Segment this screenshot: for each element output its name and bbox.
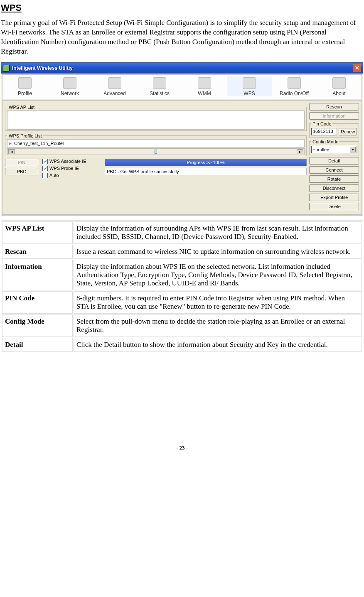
- wmm-icon: [198, 77, 211, 89]
- checkbox-label: Auto: [49, 173, 59, 178]
- wps-profile-list-group: WPS Profile List ▸ Cherry_test_11n_Route…: [5, 133, 307, 156]
- pin-code-field[interactable]: 16912113: [311, 128, 337, 135]
- tab-wmm[interactable]: WMM: [182, 76, 227, 96]
- pin-code-legend: Pin Code: [311, 121, 332, 126]
- app-icon: [3, 65, 10, 71]
- table-key: Information: [2, 260, 73, 290]
- config-mode-value: Enrollee: [312, 147, 329, 152]
- table-row: WPS AP ListDisplay the information of su…: [2, 221, 362, 244]
- wps-ap-list[interactable]: [7, 111, 305, 130]
- table-key: Rescan: [2, 245, 73, 259]
- description-table: WPS AP ListDisplay the information of su…: [1, 220, 363, 353]
- tab-label: Profile: [2, 91, 47, 96]
- checkbox-label: WPS Probe IE: [49, 166, 79, 171]
- table-value: Display the information of surrounding A…: [74, 221, 362, 244]
- tab-profile[interactable]: Profile: [2, 76, 47, 96]
- table-key: PIN Code: [2, 291, 73, 314]
- disconnect-button[interactable]: Disconnect: [309, 184, 359, 192]
- intro-paragraph: The primary goal of Wi-Fi Protected Setu…: [1, 18, 363, 57]
- wps-panel: WPS AP List WPS Profile List ▸ Cherry_te…: [2, 100, 362, 215]
- pin-code-group: Pin Code 16912113 Renew: [309, 121, 359, 138]
- main-toolbar: Profile Network Advanced Statistics WMM …: [2, 74, 362, 99]
- pin-button[interactable]: PIN: [5, 159, 38, 166]
- horizontal-scrollbar[interactable]: ◂ ▸: [7, 148, 305, 155]
- wps-probe-ie-checkbox[interactable]: ✓WPS Probe IE: [42, 166, 101, 171]
- tab-label: Advanced: [92, 91, 137, 96]
- rotate-button[interactable]: Rotate: [309, 175, 359, 183]
- window-title: Intelligent Wireless Utiltiy: [12, 65, 73, 71]
- wps-associate-ie-checkbox[interactable]: ✓WPS Associate IE: [42, 159, 101, 164]
- wps-icon: [243, 77, 256, 89]
- delete-button[interactable]: Delete: [309, 203, 359, 210]
- table-key: WPS AP List: [2, 221, 73, 244]
- table-value: Display the information about WPS IE on …: [74, 260, 362, 290]
- table-key: Detail: [2, 338, 73, 352]
- description-tbody: WPS AP ListDisplay the information of su…: [2, 221, 362, 352]
- scroll-left-icon[interactable]: ◂: [8, 149, 15, 154]
- tab-label: Radio On/Off: [272, 91, 317, 96]
- tab-network[interactable]: Network: [47, 76, 92, 96]
- detail-button[interactable]: Detail: [309, 157, 359, 165]
- tab-radio[interactable]: Radio On/Off: [272, 76, 317, 96]
- tab-about[interactable]: About: [317, 76, 362, 96]
- chevron-down-icon: ▾: [350, 147, 356, 152]
- wps-ap-list-legend: WPS AP List: [7, 105, 36, 110]
- checkbox-checked-icon: ✓: [42, 166, 48, 171]
- information-button[interactable]: Information: [309, 112, 359, 120]
- table-key: Config Mode: [2, 314, 73, 337]
- network-icon: [63, 77, 76, 89]
- scroll-thumb[interactable]: [155, 150, 157, 154]
- table-value: 8-digit numbers. It is required to enter…: [74, 291, 362, 314]
- wps-ap-list-group: WPS AP List: [5, 105, 307, 131]
- radio-icon: [288, 77, 301, 89]
- scroll-right-icon[interactable]: ▸: [297, 149, 303, 154]
- checkbox-label: WPS Associate IE: [49, 159, 86, 164]
- table-row: RescanIssue a rescan command to wireless…: [2, 245, 362, 259]
- pbc-button[interactable]: PBC: [5, 168, 38, 175]
- rescan-button[interactable]: Rescan: [309, 103, 359, 111]
- table-value: Issue a rescan command to wireless NIC t…: [74, 245, 362, 259]
- auto-checkbox[interactable]: Auto: [42, 173, 101, 178]
- wps-profile-list[interactable]: ▸ Cherry_test_11n_Router: [7, 139, 305, 147]
- statistics-icon: [153, 77, 166, 89]
- table-value: Click the Detail button to show the info…: [74, 338, 362, 352]
- profile-icon: [18, 77, 32, 89]
- progress-bar: Progress >> 100%: [105, 159, 307, 166]
- table-row: PIN Code8-digit numbers. It is required …: [2, 291, 362, 314]
- tab-label: Network: [47, 91, 92, 96]
- page-heading: WPS: [1, 2, 363, 13]
- wps-profile-list-legend: WPS Profile List: [7, 133, 43, 138]
- about-icon: [332, 77, 346, 89]
- titlebar: Intelligent Wireless Utiltiy ✕: [1, 63, 363, 74]
- table-row: InformationDisplay the information about…: [2, 260, 362, 290]
- config-mode-select[interactable]: Enrollee ▾: [311, 146, 357, 153]
- tab-wps[interactable]: WPS: [227, 76, 272, 96]
- table-row: Config ModeSelect from the pull-down men…: [2, 314, 362, 337]
- chevron-right-icon: ▸: [9, 140, 12, 146]
- tab-label: WMM: [182, 91, 227, 96]
- export-profile-button[interactable]: Export Profile: [309, 194, 359, 201]
- advanced-icon: [108, 77, 121, 89]
- config-mode-legend: Config Mode: [311, 139, 339, 144]
- table-row: DetailClick the Detail button to show th…: [2, 338, 362, 352]
- renew-button[interactable]: Renew: [339, 128, 357, 135]
- app-window: Intelligent Wireless Utiltiy ✕ Profile N…: [1, 62, 363, 216]
- checkbox-unchecked-icon: [42, 173, 48, 178]
- connect-button[interactable]: Connect: [309, 166, 359, 174]
- config-mode-group: Config Mode Enrollee ▾: [309, 139, 359, 155]
- tab-advanced[interactable]: Advanced: [92, 76, 137, 96]
- tab-label: Statistics: [137, 91, 182, 96]
- tab-label: WPS: [227, 91, 272, 96]
- tab-statistics[interactable]: Statistics: [137, 76, 182, 96]
- tab-label: About: [317, 91, 362, 96]
- profile-item-label: Cherry_test_11n_Router: [14, 141, 64, 146]
- table-value: Select from the pull-down menu to decide…: [74, 314, 362, 337]
- page-number: - 23 -: [1, 445, 363, 451]
- checkbox-checked-icon: ✓: [42, 159, 48, 164]
- status-message: PBC - Get WPS profile successfully.: [105, 168, 307, 175]
- close-icon[interactable]: ✕: [353, 64, 361, 72]
